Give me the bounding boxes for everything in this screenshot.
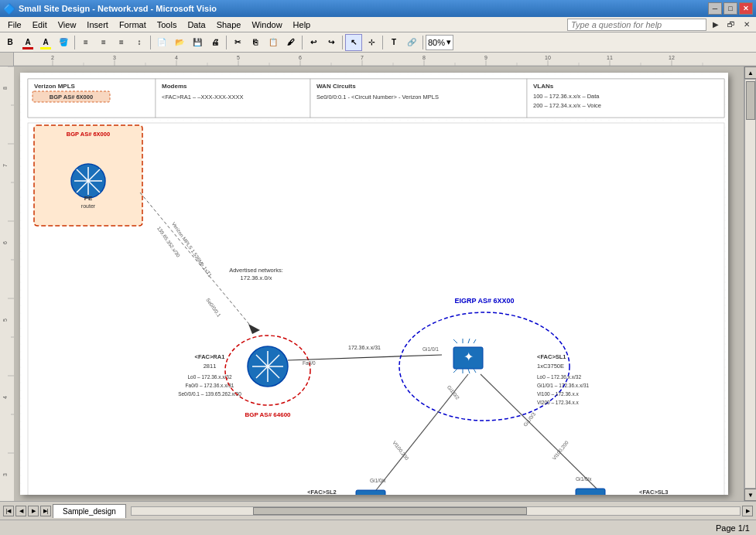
separator-6 [382,36,383,49]
svg-text:4: 4 [175,55,178,60]
maximize-button[interactable]: □ [724,2,737,15]
vertical-scrollbar: ▲ ▼ [744,66,756,501]
canvas-background[interactable]: Verizon MPLS BGP AS# 6X000 Modems <FAC>R… [14,66,744,501]
ruler-corner [0,53,13,66]
h-scroll-right[interactable]: ▶ [742,506,753,516]
menu-insert[interactable]: Insert [82,19,113,31]
svg-text:7: 7 [361,55,364,60]
svg-text:Gi1/0/1: Gi1/0/1 [422,346,439,352]
svg-text:Lo0 – 172.36.x.x/32: Lo0 – 172.36.x.x/32 [537,374,581,380]
svg-text:10: 10 [545,55,551,60]
scroll-thumb-v[interactable] [746,81,755,120]
menu-format[interactable]: Format [115,19,151,31]
svg-text:8: 8 [2,87,8,90]
menu-view[interactable]: View [53,19,81,31]
fill-button[interactable]: 🪣 [55,34,72,51]
horizontal-scroll-thumb[interactable] [253,507,527,515]
menu-edit[interactable]: Edit [28,19,52,31]
connector-button[interactable]: ⊹ [363,34,380,51]
pointer-button[interactable]: ↖ [345,34,362,51]
tab-nav-prev[interactable]: ◀ [15,506,26,516]
paste-button[interactable]: 📋 [265,34,282,51]
scroll-track-v [744,79,756,489]
new-button[interactable]: 📄 [153,34,170,51]
copy-button[interactable]: ⎘ [247,34,264,51]
svg-text:✦: ✦ [366,494,375,495]
separator-3 [226,36,227,49]
menu-window[interactable]: Window [247,19,286,31]
svg-text:6: 6 [299,55,302,60]
diagram-svg: Verizon MPLS BGP AS# 6X000 Modems <FAC>R… [20,73,728,495]
line-spacing-button[interactable]: ↕ [131,34,148,51]
svg-text:Advertised networks:: Advertised networks: [229,267,283,274]
svg-text:BGP AS# 6X000: BGP AS# 6X000 [67,131,110,138]
svg-rect-18 [14,53,756,66]
svg-text:9: 9 [484,55,487,60]
svg-text:Gi1/0/x: Gi1/0/x [370,478,386,483]
horizontal-ruler: 2 3 4 5 6 7 8 9 10 [14,53,756,66]
page-indicator: Page 1/1 [716,523,750,533]
svg-text:PE: PE [84,195,93,202]
title-bar: 🔷 Small Site Design - Network.vsd - Micr… [0,0,756,17]
svg-text:8: 8 [422,55,426,60]
svg-text:<FAC>RA1 – –XXX-XXX-XXXX: <FAC>RA1 – –XXX-XXX-XXXX [162,94,243,101]
svg-text:2: 2 [51,55,54,60]
h-ruler-marks: 2 3 4 5 6 7 8 9 10 [14,53,756,66]
highlight-button[interactable]: A [37,34,54,51]
align-right-button[interactable]: ≡ [113,34,130,51]
print-button[interactable]: 🖨 [207,34,224,51]
diagram-page[interactable]: Verizon MPLS BGP AS# 6X000 Modems <FAC>R… [20,73,728,495]
svg-text:Gi1/0/x: Gi1/0/x [576,476,592,482]
tab-nav-last[interactable]: ▶| [40,506,51,516]
save-button[interactable]: 💾 [189,34,206,51]
menu-help[interactable]: Help [289,19,316,31]
title-bar-left: 🔷 Small Site Design - Network.vsd - Micr… [3,3,217,15]
window-close-small-button[interactable]: ✕ [741,19,753,31]
search-go-button[interactable]: ▶ [710,19,722,31]
align-left-button[interactable]: ≡ [77,34,94,51]
menu-tools[interactable]: Tools [152,19,182,31]
help-search-input[interactable] [567,19,706,31]
scroll-up-button[interactable]: ▲ [744,66,756,79]
svg-text:3: 3 [113,55,116,60]
scroll-down-button[interactable]: ▼ [744,489,756,501]
svg-text:Modems: Modems [162,83,187,90]
bold-button[interactable]: B [2,34,19,51]
window-title: Small Site Design - Network.vsd - Micros… [19,4,217,13]
menu-data[interactable]: Data [183,19,210,31]
canvas-container: Verizon MPLS BGP AS# 6X000 Modems <FAC>R… [14,66,756,501]
font-color-button[interactable]: A [19,34,36,51]
horizontal-scroll-track [131,506,741,516]
page-tab-sample[interactable]: Sample_design [53,504,126,518]
format-painter-button[interactable]: 🖌 [282,34,299,51]
zoom-value: 80% [428,38,445,47]
svg-text:11: 11 [607,55,613,60]
tab-nav-first[interactable]: |◀ [3,506,14,516]
vertical-ruler: 8 7 6 5 4 3 [0,53,14,501]
window-restore-button[interactable]: 🗗 [725,19,737,31]
menu-shape[interactable]: Shape [212,19,246,31]
svg-text:6: 6 [2,241,8,244]
svg-text:1xC3750E: 1xC3750E [537,363,564,370]
connect-button[interactable]: 🔗 [403,34,420,51]
svg-text:Se0/0/0:0.1 - <Circuit Number>: Se0/0/0:0.1 - <Circuit Number> - Verizon… [316,94,439,101]
menu-file[interactable]: File [3,19,26,31]
zoom-dropdown[interactable]: 80% ▾ [426,35,453,50]
cut-button[interactable]: ✂ [229,34,246,51]
separator-2 [150,36,151,49]
svg-text:3: 3 [2,473,8,476]
tab-label: Sample_design [63,507,116,516]
undo-button[interactable]: ↩ [305,34,322,51]
v-ruler-marks: 8 7 6 5 4 3 [0,66,14,501]
svg-text:2811: 2811 [204,363,217,370]
redo-button[interactable]: ↪ [323,34,340,51]
svg-text:✦: ✦ [586,492,595,495]
open-button[interactable]: 📂 [171,34,188,51]
close-button[interactable]: ✕ [739,2,753,15]
align-center-button[interactable]: ≡ [95,34,112,51]
tab-nav-next[interactable]: ▶ [28,506,39,516]
minimize-button[interactable]: ─ [708,2,722,15]
help-search-area: ▶ 🗗 ✕ [567,19,753,31]
text-tool-button[interactable]: T [385,34,402,51]
svg-text:<FAC>SL1: <FAC>SL1 [537,353,566,360]
